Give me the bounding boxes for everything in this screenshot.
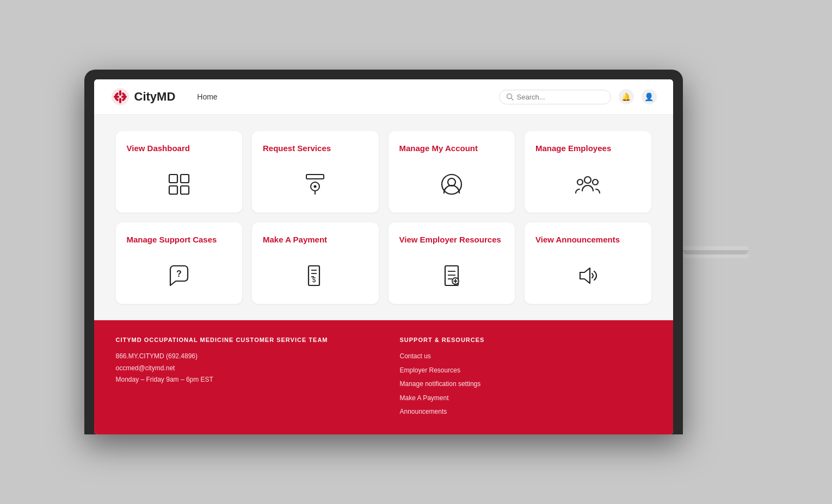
- footer-link-item: Contact us: [400, 351, 651, 363]
- footer-link-item: Announcements: [400, 406, 651, 418]
- footer-link[interactable]: Contact us: [400, 352, 431, 360]
- svg-rect-14: [181, 186, 189, 194]
- svg-point-20: [448, 178, 455, 186]
- card-view-employer-resources[interactable]: View Employer Resources: [389, 222, 515, 304]
- notification-icon[interactable]: 🔔: [619, 89, 634, 104]
- logo[interactable]: CityMD: [110, 87, 176, 107]
- card-manage-employees[interactable]: Manage Employees: [525, 131, 651, 213]
- card-title-manage-my-account: Manage My Account: [399, 143, 478, 154]
- svg-rect-13: [169, 186, 177, 194]
- laptop-bottom: [683, 246, 748, 258]
- card-view-dashboard[interactable]: View Dashboard: [116, 131, 243, 213]
- screen: CityMD Home 🔔 👤: [94, 79, 673, 434]
- svg-point-23: [593, 179, 598, 185]
- svg-point-18: [314, 185, 317, 188]
- card-icon-view-dashboard: [127, 170, 232, 198]
- svg-point-22: [577, 179, 583, 185]
- navbar-right: 🔔 👤: [499, 89, 657, 104]
- card-icon-make-a-payment: $: [263, 262, 368, 290]
- footer-link-item: Manage notification settings: [400, 378, 651, 390]
- svg-text:$: $: [312, 276, 316, 284]
- card-manage-my-account[interactable]: Manage My Account: [389, 131, 515, 213]
- card-icon-view-employer-resources: [399, 262, 504, 290]
- svg-rect-1: [119, 90, 121, 96]
- card-manage-support-cases[interactable]: Manage Support Cases ?: [116, 222, 243, 304]
- card-request-services[interactable]: Request Services: [252, 131, 379, 213]
- footer-link[interactable]: Announcements: [400, 408, 447, 415]
- search-box[interactable]: [499, 90, 611, 104]
- svg-rect-2: [119, 98, 121, 103]
- card-title-view-announcements: View Announcements: [535, 234, 620, 245]
- search-input[interactable]: [517, 93, 604, 101]
- card-icon-request-services: [263, 170, 368, 198]
- main-content: View Dashboard Request Services Manage M…: [94, 115, 673, 320]
- card-icon-manage-my-account: [399, 170, 504, 198]
- card-make-a-payment[interactable]: Make A Payment $: [252, 222, 379, 304]
- card-title-manage-employees: Manage Employees: [535, 143, 611, 154]
- svg-point-21: [584, 177, 591, 183]
- svg-rect-15: [306, 175, 324, 179]
- cards-grid: View Dashboard Request Services Manage M…: [116, 131, 651, 304]
- footer-left: CityMD Occupational Medicine Customer Se…: [116, 337, 367, 418]
- logo-text: CityMD: [134, 90, 176, 104]
- footer-left-title: CityMD Occupational Medicine Customer Se…: [116, 337, 367, 343]
- card-title-request-services: Request Services: [263, 143, 331, 154]
- card-icon-manage-employees: [535, 170, 640, 198]
- card-title-manage-support-cases: Manage Support Cases: [127, 234, 217, 245]
- footer-email: occmed@citymd.net: [116, 363, 367, 375]
- card-title-view-employer-resources: View Employer Resources: [399, 234, 501, 245]
- card-icon-view-announcements: [535, 262, 640, 290]
- laptop-frame: CityMD Home 🔔 👤: [84, 70, 683, 434]
- footer-link[interactable]: Employer Resources: [400, 366, 460, 374]
- card-view-announcements[interactable]: View Announcements: [525, 222, 651, 304]
- footer-link[interactable]: Make A Payment: [400, 394, 449, 402]
- home-nav-link[interactable]: Home: [197, 92, 217, 101]
- footer-link-item: Employer Resources: [400, 365, 651, 377]
- search-icon: [506, 93, 514, 101]
- footer-link-item: Make A Payment: [400, 393, 651, 405]
- user-icon[interactable]: 👤: [642, 89, 657, 104]
- card-icon-manage-support-cases: ?: [127, 262, 232, 290]
- footer-right-title: Support & Resources: [400, 337, 651, 343]
- footer-link[interactable]: Manage notification settings: [400, 380, 481, 388]
- laptop-notch: [683, 250, 748, 254]
- footer-hours: Monday – Friday 9am – 6pm EST: [116, 374, 367, 386]
- svg-text:?: ?: [176, 269, 182, 278]
- card-title-make-a-payment: Make A Payment: [263, 234, 327, 245]
- footer-contact-info: 866.MY.CITYMD (692.4896) occmed@citymd.n…: [116, 351, 367, 386]
- footer-right: Support & Resources Contact usEmployer R…: [400, 337, 651, 418]
- footer-links: Contact usEmployer ResourcesManage notif…: [400, 351, 651, 418]
- citymd-logo-icon: [110, 87, 130, 107]
- footer: CityMD Occupational Medicine Customer Se…: [94, 320, 673, 434]
- navbar: CityMD Home 🔔 👤: [94, 79, 673, 115]
- svg-line-10: [511, 98, 513, 101]
- svg-rect-12: [181, 175, 189, 183]
- svg-rect-11: [169, 175, 177, 183]
- footer-phone: 866.MY.CITYMD (692.4896): [116, 351, 367, 363]
- card-title-view-dashboard: View Dashboard: [127, 143, 190, 154]
